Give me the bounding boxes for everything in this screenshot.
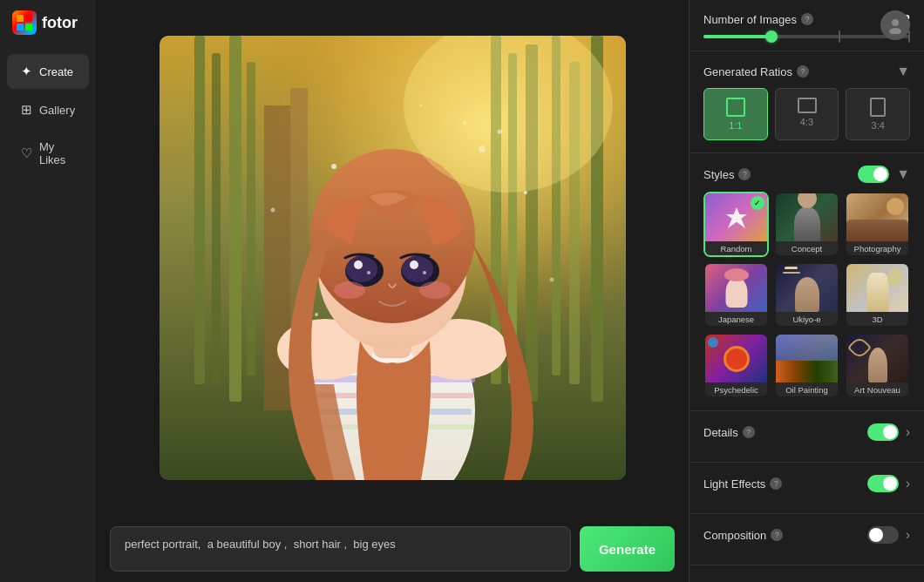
details-title: Details ? <box>703 426 755 439</box>
sidebar-item-create-label: Create <box>39 65 73 78</box>
logo-text: fotor <box>42 14 78 32</box>
svg-rect-9 <box>247 62 255 376</box>
svg-point-46 <box>479 146 486 152</box>
style-card-concept-illustration[interactable]: Concept Illustration <box>774 192 839 257</box>
styles-toggle-knob <box>873 167 887 181</box>
composition-title: Composition ? <box>703 529 783 542</box>
style-card-japanese-anime[interactable]: Japanese Anime <box>703 262 769 328</box>
number-of-images-title: Number of Images ? <box>703 13 813 26</box>
details-toggle[interactable] <box>867 423 899 441</box>
logo-icon <box>12 10 37 35</box>
styles-title: Styles ? <box>703 168 751 181</box>
details-chevron[interactable]: › <box>906 424 910 440</box>
sidebar: fotor ✦ Create ⊞ Gallery ♡ My Likes <box>0 0 96 582</box>
svg-point-18 <box>331 164 336 169</box>
svg-point-41 <box>367 271 370 274</box>
heart-icon: ♡ <box>21 146 32 161</box>
main-area: perfect portrait, a beautiful boy , shor… <box>96 0 689 582</box>
ratio-box-43 <box>798 98 817 113</box>
sidebar-item-create[interactable]: ✦ Create <box>7 54 89 89</box>
light-effects-info-icon[interactable]: ? <box>770 477 782 490</box>
styles-actions: ▼ <box>858 166 910 183</box>
logo: fotor <box>0 0 96 45</box>
composition-section: Composition ? › <box>690 514 924 565</box>
sidebar-item-gallery-label: Gallery <box>39 104 75 117</box>
sidebar-item-likes-label: My Likes <box>39 140 75 166</box>
ratio-btn-1-1[interactable]: 1:1 <box>703 88 768 140</box>
composition-header: Composition ? › <box>703 526 910 544</box>
generated-ratios-chevron[interactable]: ▼ <box>896 64 910 79</box>
styles-toggle[interactable] <box>858 166 889 183</box>
slider-tick-2 <box>839 30 840 43</box>
image-container <box>160 36 626 480</box>
details-toggle-knob <box>883 425 897 439</box>
svg-point-50 <box>889 28 901 34</box>
style-card-psychedelic-pop[interactable]: Psychedelic Pop <box>703 333 769 398</box>
composition-toggle[interactable] <box>867 526 899 544</box>
create-icon: ✦ <box>21 64 32 79</box>
svg-point-38 <box>402 256 433 282</box>
details-header: Details ? › <box>703 423 910 441</box>
svg-point-20 <box>270 208 275 213</box>
slider-track[interactable] <box>703 35 910 38</box>
style-card-oil-painting[interactable]: Oil Painting <box>774 333 839 398</box>
svg-point-44 <box>419 281 451 299</box>
slider-thumb[interactable] <box>765 30 778 43</box>
svg-rect-6 <box>194 36 205 384</box>
styles-info-icon[interactable]: ? <box>738 168 751 180</box>
svg-rect-8 <box>229 36 241 402</box>
svg-point-39 <box>354 261 363 269</box>
style-card-photography[interactable]: Photography <box>845 192 910 257</box>
ratio-btn-3-4[interactable]: 3:4 <box>846 88 910 140</box>
prompt-area: perfect portrait, a beautiful boy , shor… <box>96 516 689 582</box>
top-bar-right <box>880 10 910 40</box>
svg-rect-3 <box>25 24 32 30</box>
sidebar-nav: ✦ Create ⊞ Gallery ♡ My Likes <box>0 45 96 185</box>
svg-point-43 <box>334 281 365 299</box>
prompt-input[interactable]: perfect portrait, a beautiful boy , shor… <box>110 526 571 572</box>
generated-ratios-info-icon[interactable]: ? <box>797 65 809 78</box>
svg-point-40 <box>410 261 418 269</box>
light-effects-toggle-knob <box>883 477 897 491</box>
generated-ratios-title: Generated Ratios ? <box>703 65 809 78</box>
svg-rect-7 <box>212 53 221 384</box>
ratio-box-34 <box>870 98 886 117</box>
light-effects-title: Light Effects ? <box>703 477 782 491</box>
ratio-btn-4-3[interactable]: 4:3 <box>775 88 839 140</box>
composition-actions: › <box>867 526 910 544</box>
user-avatar[interactable] <box>880 10 910 40</box>
style-card-ukiyo-e[interactable]: Ukiyo-e <box>774 262 839 328</box>
styles-section: Styles ? ▼ Random ✓ <box>690 153 924 411</box>
svg-rect-2 <box>17 24 24 30</box>
number-of-images-info-icon[interactable]: ? <box>801 13 813 25</box>
light-effects-actions: › <box>867 475 910 492</box>
slider-fill <box>703 35 771 38</box>
number-of-images-slider[interactable] <box>703 35 910 38</box>
details-section: Details ? › <box>690 411 924 463</box>
styles-grid: Random ✓ Concept Illustration Photograph… <box>703 192 910 398</box>
sidebar-item-gallery[interactable]: ⊞ Gallery <box>7 92 89 127</box>
light-effects-chevron[interactable]: › <box>906 476 910 491</box>
generated-image <box>160 36 626 480</box>
styles-chevron[interactable]: ▼ <box>896 166 910 182</box>
generate-button[interactable]: Generate <box>580 526 675 572</box>
generated-ratios-section: Generated Ratios ? ▼ 1:1 4:3 3:4 <box>690 51 924 153</box>
style-card-random[interactable]: Random ✓ <box>703 192 769 257</box>
style-card-3d[interactable]: 3D <box>845 262 910 328</box>
light-effects-toggle[interactable] <box>867 475 899 492</box>
sidebar-item-my-likes[interactable]: ♡ My Likes <box>7 131 89 176</box>
svg-point-42 <box>423 271 426 274</box>
svg-rect-0 <box>17 15 24 22</box>
ratio-box-square <box>726 98 745 117</box>
composition-toggle-knob <box>869 528 883 542</box>
style-check-random: ✓ <box>751 196 764 210</box>
svg-point-23 <box>315 313 318 316</box>
composition-chevron[interactable]: › <box>906 527 910 543</box>
light-effects-section: Light Effects ? › <box>690 463 924 514</box>
svg-rect-1 <box>25 15 32 22</box>
gallery-icon: ⊞ <box>21 102 32 118</box>
composition-info-icon[interactable]: ? <box>771 529 783 541</box>
main-content <box>96 0 689 516</box>
details-info-icon[interactable]: ? <box>743 426 755 438</box>
style-card-art-nouveau[interactable]: Art Nouveau <box>845 333 910 398</box>
